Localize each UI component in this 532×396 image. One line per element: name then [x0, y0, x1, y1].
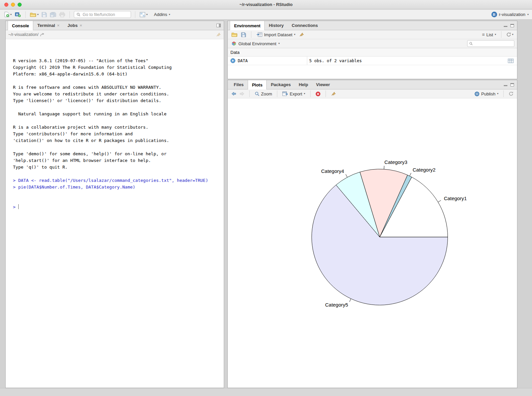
- refresh-environment-button[interactable]: ▾: [505, 32, 514, 38]
- save-all-button[interactable]: [49, 11, 57, 18]
- export-plot-button[interactable]: Export ▾: [281, 91, 306, 97]
- toolbar-separator: [249, 90, 250, 97]
- import-dataset-button[interactable]: Import Dataset ▾: [255, 32, 296, 38]
- zoom-label: Zoom: [261, 91, 272, 96]
- tab-files[interactable]: Files: [230, 80, 248, 89]
- window-title: ~/r-visualization - RStudio: [0, 0, 532, 9]
- goto-file-search[interactable]: [74, 11, 131, 18]
- clear-all-plots-button[interactable]: [330, 90, 337, 97]
- tab-packages[interactable]: Packages: [267, 80, 295, 89]
- pane-layout-button[interactable]: ▾: [139, 11, 149, 18]
- close-icon[interactable]: ×: [79, 23, 82, 28]
- console-prompt: >: [13, 204, 16, 209]
- project-selector[interactable]: R r-visualization ▾: [491, 12, 529, 17]
- tab-history[interactable]: History: [265, 21, 288, 30]
- load-workspace-button[interactable]: [230, 32, 238, 38]
- previous-plot-button[interactable]: [230, 91, 237, 96]
- tab-console-label: Console: [12, 23, 29, 28]
- console-output-line: [13, 144, 224, 151]
- console-output-line: 'citation()' on how to cite R or R packa…: [13, 137, 224, 144]
- zoom-plot-button[interactable]: Zoom: [254, 91, 273, 97]
- save-workspace-button[interactable]: [240, 32, 247, 38]
- forward-arrow-icon: [240, 92, 244, 96]
- console-output-line: R is free software and comes with ABSOLU…: [13, 84, 224, 91]
- remove-plot-button[interactable]: [315, 91, 322, 97]
- chevron-down-icon[interactable]: ▾: [37, 13, 39, 16]
- chevron-down-icon[interactable]: ▾: [146, 13, 148, 16]
- tab-jobs[interactable]: Jobs ×: [64, 21, 86, 30]
- chevron-down-icon: ▾: [527, 13, 529, 16]
- new-project-button[interactable]: R: [14, 11, 22, 18]
- tab-terminal[interactable]: Terminal ×: [33, 21, 64, 30]
- working-directory: ~/r-visualization/: [8, 32, 39, 37]
- tab-console[interactable]: Console: [8, 21, 33, 30]
- view-data-grid-icon[interactable]: [508, 59, 514, 63]
- list-view-button[interactable]: ≡ List ▾: [481, 31, 497, 38]
- tab-viewer-label: Viewer: [316, 82, 330, 87]
- desktop-strip: [0, 388, 532, 396]
- open-folder-icon: [30, 12, 36, 17]
- goto-file-input[interactable]: [82, 12, 128, 17]
- environment-scope-bar: Global Environment ▾: [228, 39, 517, 48]
- plots-pane: Files Plots Packages Help Viewer Zoom: [227, 80, 517, 388]
- search-icon: [76, 12, 80, 17]
- environment-object-row[interactable]: DATA 5 obs. of 2 variables: [228, 57, 517, 65]
- tab-environment[interactable]: Environment: [230, 21, 265, 30]
- maximize-pane-icon[interactable]: [510, 24, 514, 27]
- broom-icon: [299, 32, 304, 37]
- chevron-down-icon: ▾: [512, 33, 513, 36]
- plots-tabstrip: Files Plots Packages Help Viewer: [228, 80, 517, 89]
- toolbar-separator: [251, 31, 251, 38]
- goto-directory-icon[interactable]: [40, 33, 45, 37]
- zoom-magnifier-icon: [255, 91, 259, 96]
- console-output-line: [13, 117, 224, 124]
- tab-packages-label: Packages: [271, 82, 291, 87]
- publish-button[interactable]: Publish ▾: [473, 91, 499, 97]
- addins-button[interactable]: Addins ▾: [153, 11, 171, 18]
- next-plot-button[interactable]: [239, 91, 245, 96]
- refresh-plot-button[interactable]: [508, 91, 514, 97]
- maximize-pane-icon[interactable]: [216, 24, 221, 27]
- clear-console-icon[interactable]: [216, 32, 221, 37]
- console-tabstrip: Console Terminal × Jobs ×: [6, 21, 224, 30]
- tab-environment-label: Environment: [234, 23, 260, 28]
- publish-label: Publish: [481, 91, 495, 96]
- console-prompt-line[interactable]: >: [13, 204, 224, 210]
- console-output-area[interactable]: R version 3.6.1 (2019-07-05) -- "Action …: [6, 40, 224, 388]
- text-cursor: [18, 204, 19, 209]
- environment-search-box[interactable]: [467, 40, 514, 47]
- chevron-down-icon[interactable]: ▾: [10, 13, 12, 16]
- pie-label-tick: [384, 166, 384, 169]
- toolbar-separator: [501, 31, 501, 38]
- close-icon[interactable]: ×: [57, 23, 60, 28]
- expand-object-icon[interactable]: [230, 58, 235, 63]
- tab-plots[interactable]: Plots: [248, 80, 267, 89]
- maximize-pane-icon[interactable]: [510, 83, 514, 86]
- new-file-button[interactable]: ▾: [3, 11, 13, 18]
- console-output-line: You are welcome to redistribute it under…: [13, 91, 224, 97]
- clear-environment-button[interactable]: [298, 31, 305, 38]
- tab-connections[interactable]: Connections: [288, 21, 322, 30]
- console-output-line: [13, 77, 224, 84]
- console-output-line: Copyright (C) 2019 The R Foundation for …: [13, 64, 224, 71]
- chevron-down-icon: ▾: [169, 13, 170, 16]
- environment-section-header: Data: [228, 48, 517, 57]
- save-button[interactable]: [41, 11, 48, 18]
- tab-viewer[interactable]: Viewer: [312, 80, 334, 89]
- print-button[interactable]: [58, 11, 66, 18]
- environment-search-input[interactable]: [474, 41, 512, 46]
- plots-toolbar: Zoom Export ▾ Publish ▾: [228, 89, 517, 98]
- minimize-pane-icon[interactable]: [504, 24, 507, 27]
- console-output-line: Platform: x86_64-apple-darwin15.6.0 (64-…: [13, 71, 224, 77]
- minimize-pane-icon[interactable]: [504, 83, 507, 86]
- toolbar-separator: [310, 90, 311, 97]
- environment-scope-label: Global Environment: [238, 41, 276, 46]
- open-file-button[interactable]: ▾: [29, 11, 40, 18]
- environment-toolbar: Import Dataset ▾ ≡ List ▾ ▾: [228, 30, 517, 39]
- toolbar-separator: [503, 90, 504, 97]
- console-pathbar: ~/r-visualization/: [6, 30, 224, 39]
- search-icon: [469, 42, 473, 46]
- chevron-down-icon: ▾: [304, 92, 305, 95]
- environment-scope-selector[interactable]: Global Environment ▾: [230, 41, 281, 47]
- tab-help[interactable]: Help: [295, 80, 312, 89]
